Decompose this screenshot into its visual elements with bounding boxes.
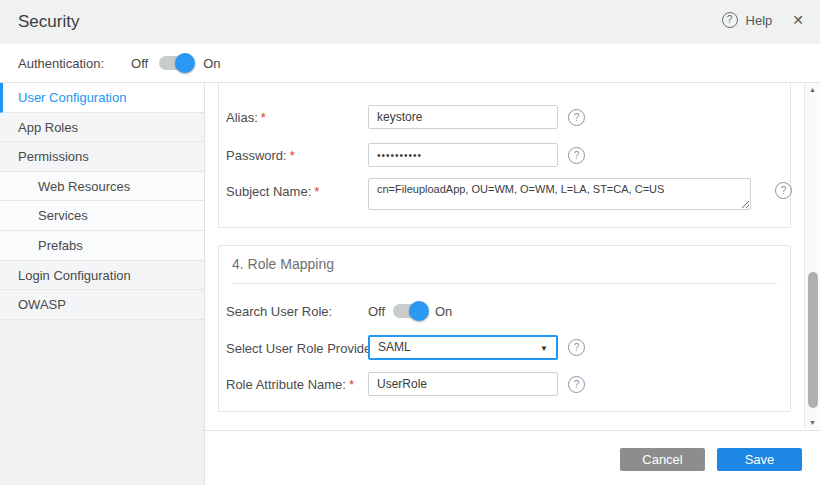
sidebar: User Configuration App Roles Permissions… [0, 83, 205, 485]
sidebar-item-login-configuration[interactable]: Login Configuration [0, 261, 204, 291]
subject-name-help-icon[interactable]: ? [775, 182, 792, 199]
role-attribute-help-icon[interactable]: ? [568, 376, 585, 393]
keystore-panel: Alias:* ? Password:* ? Subject Name:* cn… [218, 83, 791, 228]
search-user-role-off-label: Off [368, 304, 385, 319]
sidebar-item-app-roles[interactable]: App Roles [0, 113, 204, 143]
sidebar-item-user-configuration[interactable]: User Configuration [0, 83, 204, 113]
search-user-role-label: Search User Role: [226, 304, 332, 319]
chevron-down-icon: ▼ [540, 338, 548, 359]
sidebar-item-services[interactable]: Services [0, 201, 204, 231]
close-icon[interactable]: ✕ [790, 12, 806, 28]
cancel-button[interactable]: Cancel [620, 448, 705, 471]
role-mapping-title: 4. Role Mapping [232, 256, 334, 272]
sidebar-item-prefabs[interactable]: Prefabs [0, 231, 204, 261]
role-attribute-input[interactable] [368, 372, 558, 396]
footer-divider [205, 430, 820, 431]
authentication-label: Authentication: [18, 56, 104, 71]
subject-name-textarea[interactable]: cn=FileuploadApp, OU=WM, O=WM, L=LA, ST=… [368, 178, 751, 210]
authentication-row: Authentication: Off On [0, 44, 820, 83]
header-actions: ? Help ✕ [722, 12, 806, 28]
vertical-scrollbar[interactable]: ▲ ▼ [804, 83, 820, 429]
password-label: Password:* [226, 148, 295, 163]
alias-input[interactable] [368, 105, 558, 129]
role-attribute-label: Role Attribute Name:* [226, 377, 354, 392]
dialog-header: Security ? Help ✕ [0, 0, 820, 44]
authentication-off-label: Off [131, 56, 148, 71]
sidebar-item-permissions[interactable]: Permissions [0, 142, 204, 172]
provider-label: Select User Role Provider: [226, 341, 379, 356]
role-mapping-panel: 4. Role Mapping Search User Role: Off On… [218, 245, 791, 412]
save-button[interactable]: Save [717, 448, 802, 471]
password-input[interactable] [368, 143, 558, 167]
authentication-on-label: On [203, 56, 220, 71]
password-help-icon[interactable]: ? [568, 147, 585, 164]
section-divider [232, 283, 777, 284]
required-asterisk: * [261, 110, 266, 125]
alias-help-icon[interactable]: ? [568, 109, 585, 126]
required-asterisk: * [349, 377, 354, 392]
scroll-down-icon[interactable]: ▼ [805, 419, 820, 426]
sidebar-item-owasp[interactable]: OWASP [0, 290, 204, 320]
user-role-provider-select[interactable]: SAML ▼ [368, 335, 558, 360]
authentication-toggle[interactable] [159, 56, 192, 70]
provider-selected-value: SAML [378, 340, 411, 354]
security-dialog: Security ? Help ✕ Authentication: Off On… [0, 0, 820, 485]
scroll-up-icon[interactable]: ▲ [805, 86, 820, 93]
help-link[interactable]: Help [746, 13, 773, 28]
alias-label: Alias:* [226, 110, 266, 125]
search-user-role-on-label: On [435, 304, 452, 319]
required-asterisk: * [290, 148, 295, 163]
page-title: Security [18, 12, 79, 32]
toggle-knob-icon [409, 301, 429, 321]
provider-help-icon[interactable]: ? [568, 339, 585, 356]
required-asterisk: * [314, 184, 319, 199]
search-user-role-toggle[interactable] [393, 304, 426, 318]
toggle-knob-icon [175, 53, 195, 73]
sidebar-item-web-resources[interactable]: Web Resources [0, 172, 204, 202]
scrollbar-thumb[interactable] [808, 272, 818, 408]
help-icon[interactable]: ? [722, 12, 738, 28]
main-content: Alias:* ? Password:* ? Subject Name:* cn… [205, 83, 820, 429]
subject-name-label: Subject Name:* [226, 184, 319, 199]
